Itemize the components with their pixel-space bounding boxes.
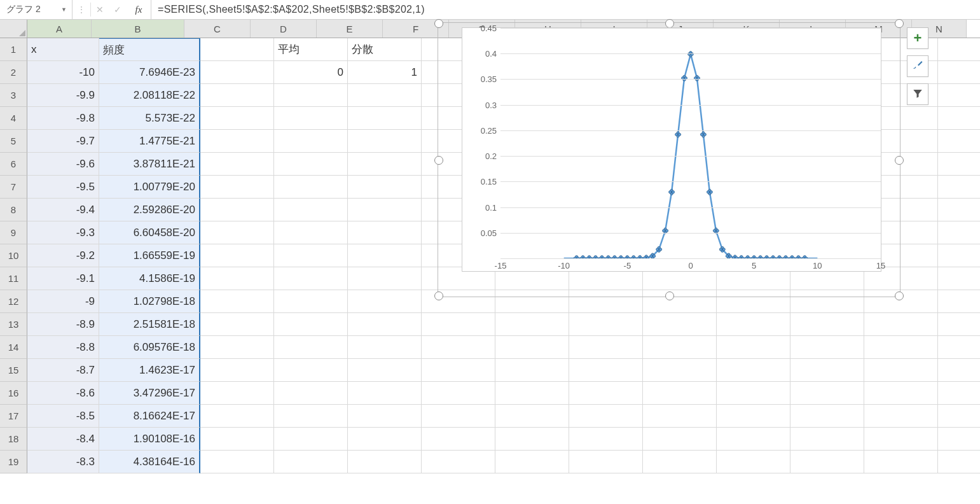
cell-C18[interactable] xyxy=(200,428,274,451)
cell-E6[interactable] xyxy=(348,153,422,176)
cell-E19[interactable] xyxy=(348,451,422,473)
cell-E8[interactable] xyxy=(348,199,422,221)
cell-L17[interactable] xyxy=(864,405,938,428)
cell-A13[interactable]: -8.9 xyxy=(27,313,99,336)
row-header-4[interactable]: 4 xyxy=(0,107,27,130)
cell-L18[interactable] xyxy=(864,428,938,451)
row-header-14[interactable]: 14 xyxy=(0,336,27,359)
cell-G19[interactable] xyxy=(495,451,569,473)
row-header-18[interactable]: 18 xyxy=(0,428,27,451)
cell-E3[interactable] xyxy=(348,84,422,107)
cell-A10[interactable]: -9.2 xyxy=(27,244,99,267)
cell-A9[interactable]: -9.3 xyxy=(27,221,99,244)
cell-C6[interactable] xyxy=(200,153,274,176)
row-header-9[interactable]: 9 xyxy=(0,221,27,244)
row-header-6[interactable]: 6 xyxy=(0,153,27,176)
column-header-C[interactable]: C xyxy=(184,20,251,38)
cell-K16[interactable] xyxy=(790,382,864,405)
cell-F19[interactable] xyxy=(422,451,495,473)
cell-A2[interactable]: -10 xyxy=(27,61,99,84)
cell-M16[interactable] xyxy=(938,382,980,405)
row-header-11[interactable]: 11 xyxy=(0,267,27,290)
cell-A3[interactable]: -9.9 xyxy=(27,84,99,107)
cell-M3[interactable] xyxy=(938,84,980,107)
row-header-19[interactable]: 19 xyxy=(0,451,27,473)
cell-H19[interactable] xyxy=(569,451,643,473)
cell-E15[interactable] xyxy=(348,359,422,382)
resize-handle-bm[interactable] xyxy=(665,291,674,300)
cell-A8[interactable]: -9.4 xyxy=(27,199,99,221)
cell-D18[interactable] xyxy=(274,428,348,451)
cell-F14[interactable] xyxy=(422,336,495,359)
column-header-D[interactable]: D xyxy=(251,20,317,38)
cell-E5[interactable] xyxy=(348,130,422,153)
row-header-3[interactable]: 3 xyxy=(0,84,27,107)
cell-C4[interactable] xyxy=(200,107,274,130)
cell-B12[interactable]: 1.02798E-18 xyxy=(99,290,200,313)
row-header-15[interactable]: 15 xyxy=(0,359,27,382)
cell-J14[interactable] xyxy=(717,336,790,359)
cell-C15[interactable] xyxy=(200,359,274,382)
cell-C12[interactable] xyxy=(200,290,274,313)
cell-K14[interactable] xyxy=(790,336,864,359)
row-header-1[interactable]: 1 xyxy=(0,38,27,61)
cell-B4[interactable]: 5.573E-22 xyxy=(99,107,200,130)
cell-C5[interactable] xyxy=(200,130,274,153)
chart-area[interactable]: 0.050.10.150.20.250.30.350.40.45-15-10-5… xyxy=(462,27,881,272)
cell-E7[interactable] xyxy=(348,176,422,199)
cell-E10[interactable] xyxy=(348,244,422,267)
cell-D4[interactable] xyxy=(274,107,348,130)
row-header-16[interactable]: 16 xyxy=(0,382,27,405)
cell-H13[interactable] xyxy=(569,313,643,336)
cell-D1[interactable]: 平均 xyxy=(274,38,348,61)
cell-F15[interactable] xyxy=(422,359,495,382)
cell-D19[interactable] xyxy=(274,451,348,473)
cell-D12[interactable] xyxy=(274,290,348,313)
cell-F18[interactable] xyxy=(422,428,495,451)
cell-M19[interactable] xyxy=(938,451,980,473)
cell-E14[interactable] xyxy=(348,336,422,359)
cell-E9[interactable] xyxy=(348,221,422,244)
cell-B16[interactable]: 3.47296E-17 xyxy=(99,382,200,405)
cell-B3[interactable]: 2.08118E-22 xyxy=(99,84,200,107)
cell-E4[interactable] xyxy=(348,107,422,130)
cell-A14[interactable]: -8.8 xyxy=(27,336,99,359)
cell-I14[interactable] xyxy=(643,336,717,359)
resize-handle-ml[interactable] xyxy=(434,156,443,165)
cell-M8[interactable] xyxy=(938,199,980,221)
select-all-corner[interactable] xyxy=(0,20,27,38)
cell-D2[interactable]: 0 xyxy=(274,61,348,84)
row-header-7[interactable]: 7 xyxy=(0,176,27,199)
resize-handle-bl[interactable] xyxy=(434,291,443,300)
cell-E13[interactable] xyxy=(348,313,422,336)
cell-D3[interactable] xyxy=(274,84,348,107)
cell-C16[interactable] xyxy=(200,382,274,405)
cell-I15[interactable] xyxy=(643,359,717,382)
cell-D7[interactable] xyxy=(274,176,348,199)
cell-L15[interactable] xyxy=(864,359,938,382)
cell-L19[interactable] xyxy=(864,451,938,473)
cell-A16[interactable]: -8.6 xyxy=(27,382,99,405)
cell-M14[interactable] xyxy=(938,336,980,359)
cell-C19[interactable] xyxy=(200,451,274,473)
cell-H14[interactable] xyxy=(569,336,643,359)
cell-E11[interactable] xyxy=(348,267,422,290)
cell-A1[interactable]: x xyxy=(27,38,99,61)
cell-A5[interactable]: -9.7 xyxy=(27,130,99,153)
row-header-13[interactable]: 13 xyxy=(0,313,27,336)
cell-D17[interactable] xyxy=(274,405,348,428)
resize-handle-tl[interactable] xyxy=(434,19,443,28)
cell-C11[interactable] xyxy=(200,267,274,290)
formula-input[interactable]: =SERIES(,Sheet5!$A$2:$A$202,Sheet5!$B$2:… xyxy=(151,0,980,19)
cell-M15[interactable] xyxy=(938,359,980,382)
cell-K15[interactable] xyxy=(790,359,864,382)
cell-B10[interactable]: 1.66559E-19 xyxy=(99,244,200,267)
cell-E12[interactable] xyxy=(348,290,422,313)
cell-C1[interactable] xyxy=(200,38,274,61)
cell-D16[interactable] xyxy=(274,382,348,405)
cell-B18[interactable]: 1.90108E-16 xyxy=(99,428,200,451)
cell-H16[interactable] xyxy=(569,382,643,405)
row-header-12[interactable]: 12 xyxy=(0,290,27,313)
cell-M18[interactable] xyxy=(938,428,980,451)
row-header-17[interactable]: 17 xyxy=(0,405,27,428)
